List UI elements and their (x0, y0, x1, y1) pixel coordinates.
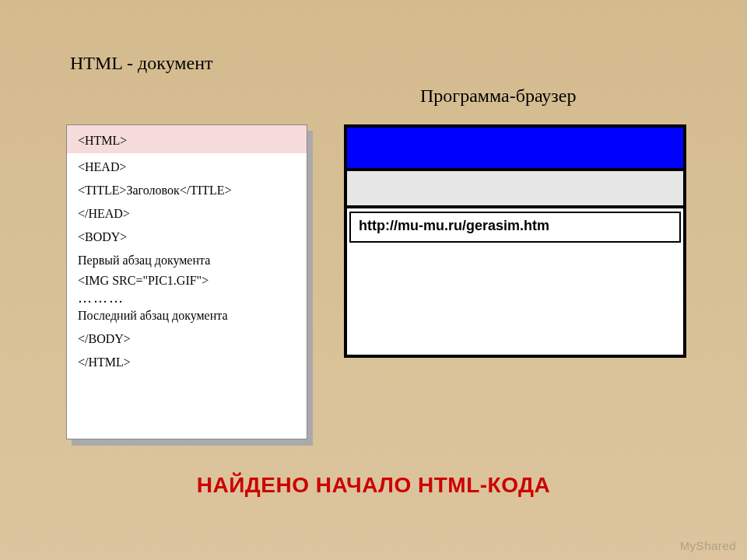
code-line-html-close: </HTML> (67, 348, 307, 372)
code-line-head-close: </HEAD> (67, 200, 307, 223)
code-line-head-open: <HEAD> (67, 153, 307, 177)
main-caption: НАЙДЕНО НАЧАЛО HTML-КОДА (0, 473, 747, 498)
browser-window: http://mu-mu.ru/gerasim.htm (344, 124, 686, 358)
code-line-html-open: <HTML> (67, 125, 307, 153)
code-line-body-close: </BODY> (67, 325, 307, 348)
code-line-first-paragraph: Первый абзац документа (67, 247, 307, 270)
code-line-last-paragraph: Последний абзац документа (67, 306, 307, 325)
browser-heading: Программа-браузер (420, 86, 576, 107)
code-line-body-open: <BODY> (67, 223, 307, 247)
browser-menubar (347, 171, 683, 208)
code-line-img: <IMG SRC="PIC1.GIF"> (67, 270, 307, 290)
code-panel: <HTML> <HEAD> <TITLE>Заголовок</TITLE> <… (66, 124, 307, 439)
html-document-heading: HTML - документ (70, 53, 212, 74)
browser-address-bar[interactable]: http://mu-mu.ru/gerasim.htm (349, 212, 681, 243)
code-line-dots: ……… (67, 290, 307, 306)
browser-titlebar (347, 128, 683, 171)
watermark: MyShared (680, 539, 736, 552)
code-line-title: <TITLE>Заголовок</TITLE> (67, 177, 307, 200)
